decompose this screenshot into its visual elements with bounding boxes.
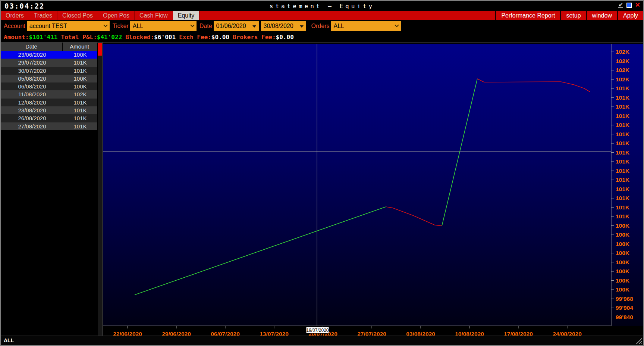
- summary-bar: Amount:$101'411Total P&L:$41'022Blocked:…: [1, 32, 643, 43]
- maximize-icon[interactable]: [626, 3, 632, 8]
- y-tick-label: 101K: [616, 140, 630, 146]
- equity-chart[interactable]: 102K102K102K102K101K101K101K101K101K101K…: [103, 43, 643, 336]
- tab-closed-pos[interactable]: Closed Pos: [57, 11, 98, 20]
- ticker-select[interactable]: ALL: [130, 21, 197, 31]
- cell-date: 27/08/2020: [1, 122, 63, 130]
- tab-trades[interactable]: Trades: [29, 11, 57, 20]
- window-controls: ↙ ✕: [618, 2, 640, 8]
- y-tick-label: 101K: [616, 113, 630, 119]
- table-row[interactable]: 30/07/2020101K: [1, 67, 97, 75]
- cell-amount: 100K: [63, 51, 97, 59]
- summary-value: $6'001: [154, 34, 176, 41]
- orders-select[interactable]: ALL: [331, 21, 401, 31]
- table-row[interactable]: 05/08/2020100K: [1, 75, 97, 82]
- menu-item-setup[interactable]: setup: [560, 11, 586, 20]
- x-tick-label: 10/08/2020: [455, 331, 484, 336]
- filter-bar: Account account TEST Ticker ALL Date 01/…: [1, 20, 643, 32]
- tab-equity[interactable]: Equity: [173, 11, 200, 20]
- ticker-value: ALL: [133, 23, 143, 29]
- cell-amount: 101K: [63, 106, 97, 114]
- y-tick-label: 101K: [616, 186, 630, 192]
- x-tick-label: 17/08/2020: [504, 331, 533, 336]
- minimize-icon[interactable]: ↙: [618, 2, 623, 8]
- y-tick-label: 102K: [616, 76, 630, 82]
- scrollbar-thumb[interactable]: [98, 43, 102, 56]
- table-scrollbar[interactable]: [98, 43, 103, 336]
- menu-spacer: [200, 11, 495, 20]
- menu-item-window[interactable]: window: [586, 11, 617, 20]
- y-tick-label: 101K: [616, 195, 630, 201]
- date-from-picker[interactable]: 01/06/2020: [214, 21, 259, 31]
- ticker-label: Ticker: [113, 23, 129, 29]
- x-tick-label: 27/07/2020: [357, 331, 386, 336]
- y-tick-label: 99'904: [616, 305, 633, 311]
- date-to-value: 30/08/2020: [264, 23, 293, 29]
- resize-grip[interactable]: [635, 337, 642, 344]
- date-to-picker[interactable]: 30/08/2020: [261, 21, 306, 31]
- tab-orders[interactable]: Orders: [1, 11, 29, 20]
- menu-bar: OrdersTradesClosed PosOpen PosCash FlowE…: [1, 11, 643, 20]
- table-header: Date Amount: [1, 43, 97, 51]
- y-tick-label: 101K: [616, 158, 630, 165]
- close-icon[interactable]: ✕: [635, 2, 640, 8]
- summary-label: Exch Fee:: [179, 34, 211, 41]
- cell-amount: 100K: [63, 75, 97, 82]
- y-tick-label: 101K: [616, 122, 630, 128]
- y-tick-label: 101K: [616, 85, 630, 91]
- cell-amount: 101K: [63, 114, 97, 122]
- y-tick-label: 101K: [616, 103, 630, 110]
- column-header-date[interactable]: Date: [1, 43, 63, 51]
- summary-value: $0.00: [276, 34, 294, 41]
- table-row[interactable]: 12/08/2020101K: [1, 99, 97, 106]
- y-tick-label: 99'968: [616, 296, 633, 302]
- y-tick-label: 100K: [616, 277, 630, 284]
- x-tick-label: 13/07/2020: [260, 331, 289, 336]
- y-tick-label: 100K: [616, 286, 630, 293]
- y-tick-label: 101K: [616, 177, 630, 183]
- tab-open-pos[interactable]: Open Pos: [98, 11, 135, 20]
- cell-amount: 101K: [63, 122, 97, 130]
- table-row[interactable]: 11/08/2020102K: [1, 90, 97, 98]
- table-row[interactable]: 26/08/2020101K: [1, 114, 97, 122]
- cell-date: 30/07/2020: [1, 67, 63, 75]
- table-row[interactable]: 23/06/2020100K: [1, 51, 97, 59]
- summary-label: Brokers Fee:: [233, 34, 276, 41]
- chevron-down-icon: [395, 23, 399, 27]
- app-window: 03:04:22 statement – Equity ↙ ✕ OrdersTr…: [0, 0, 644, 346]
- menu-item-performance-report[interactable]: Performance Report: [495, 11, 560, 20]
- cell-date: 23/08/2020: [1, 106, 63, 114]
- table-row[interactable]: 29/07/2020101K: [1, 59, 97, 66]
- chart-background: [103, 44, 643, 326]
- status-text: ALL: [4, 337, 14, 343]
- y-tick-label: 101K: [616, 94, 630, 101]
- table-row[interactable]: 06/08/2020100K: [1, 82, 97, 90]
- summary-label: Blocked:: [125, 34, 154, 41]
- x-tick-label: 29/06/2020: [162, 331, 191, 336]
- tab-cash-flow[interactable]: Cash Flow: [135, 11, 173, 20]
- cell-date: 05/08/2020: [1, 75, 63, 82]
- menu-tabs: OrdersTradesClosed PosOpen PosCash FlowE…: [1, 11, 200, 20]
- dropdown-arrow-icon: [252, 25, 256, 29]
- x-axis-ticks: 22/06/202029/06/202006/07/202013/07/2020…: [113, 326, 582, 336]
- status-bar: ALL: [1, 336, 643, 345]
- y-tick-label: 100K: [616, 231, 630, 238]
- y-tick-label: 101K: [616, 149, 630, 156]
- column-header-amount[interactable]: Amount: [63, 43, 96, 51]
- summary-label: Amount:: [4, 34, 29, 41]
- y-tick-label: 100K: [616, 241, 630, 247]
- table-row[interactable]: 23/08/2020101K: [1, 106, 97, 114]
- amounts-table: Date Amount 23/06/2020100K29/07/2020101K…: [1, 43, 97, 130]
- account-select[interactable]: account TEST: [27, 21, 110, 31]
- cell-date: 29/07/2020: [1, 59, 63, 66]
- cell-amount: 100K: [63, 82, 97, 90]
- title-bar: 03:04:22 statement – Equity ↙ ✕: [1, 1, 643, 11]
- date-label: Date: [200, 23, 212, 29]
- table-row[interactable]: 27/08/2020101K: [1, 122, 97, 130]
- menu-item-apply[interactable]: Apply: [617, 11, 643, 20]
- chevron-down-icon: [190, 23, 194, 27]
- x-tick-label: 24/08/2020: [553, 331, 582, 336]
- y-tick-label: 101K: [616, 131, 630, 137]
- cell-date: 26/08/2020: [1, 114, 63, 122]
- main-area: Date Amount 23/06/2020100K29/07/2020101K…: [1, 43, 643, 336]
- cell-date: 23/06/2020: [1, 51, 63, 59]
